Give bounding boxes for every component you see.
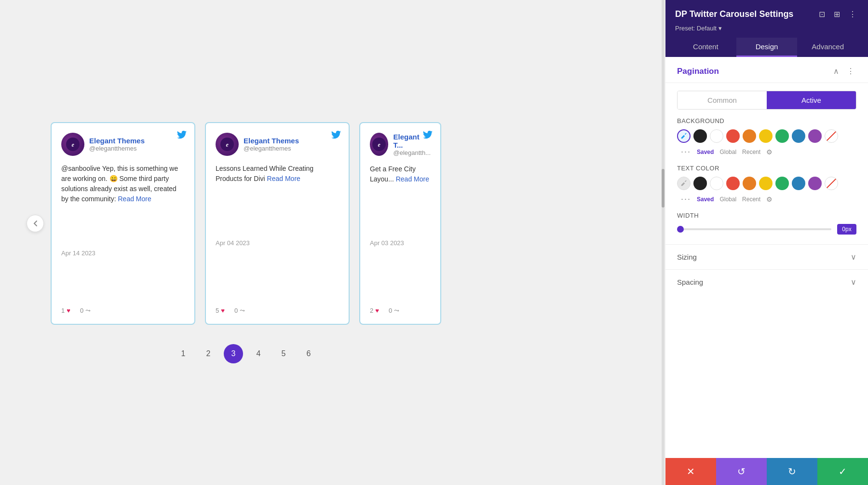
tweet-actions-3: 2 ♥ 0 ⤳ (370, 302, 431, 314)
read-more-3[interactable]: Read More (396, 175, 429, 183)
collapse-section-btn[interactable]: ∧ (831, 66, 841, 77)
text-color-section: Text Color ··· Saved (665, 165, 868, 212)
more-options-icon[interactable]: ⋮ (847, 8, 858, 21)
heart-icon-2: ♥ (221, 307, 225, 314)
sizing-section[interactable]: Sizing ∨ (665, 244, 868, 269)
read-more-1[interactable]: Read More (118, 195, 151, 203)
redo-button[interactable]: ↻ (767, 458, 817, 485)
sub-tab-common[interactable]: Common (678, 91, 767, 109)
bg-global[interactable]: Global (719, 149, 736, 155)
page-btn-3[interactable]: 3 (224, 344, 243, 363)
page-btn-4[interactable]: 4 (249, 344, 268, 363)
bg-color-orange[interactable] (743, 129, 756, 143)
bg-recent[interactable]: Recent (742, 149, 760, 155)
text-global[interactable]: Global (719, 196, 736, 203)
cards-container: e Elegant Themes @elegantthemes @sanbool… (51, 122, 441, 325)
tweet-actions-2: 5 ♥ 0 ⤳ (216, 302, 339, 314)
text-color-none[interactable] (825, 177, 838, 190)
text-color-green[interactable] (775, 177, 789, 190)
tab-content[interactable]: Content (675, 38, 736, 57)
avatar-1: e (61, 133, 84, 156)
text-color-black[interactable] (693, 177, 707, 190)
tweet-text-3: Get a Free City Layou... Read More (370, 164, 431, 234)
cancel-button[interactable]: ✕ (665, 458, 716, 485)
bg-saved[interactable]: Saved (697, 149, 714, 155)
bg-color-white[interactable] (710, 129, 723, 143)
bg-settings-gear[interactable]: ⚙ (766, 148, 773, 156)
text-color-purple[interactable] (808, 177, 822, 190)
pagination: 1 2 3 4 5 6 (174, 344, 318, 363)
width-section: Width 0px (665, 212, 868, 244)
text-color-white[interactable] (710, 177, 723, 190)
page-btn-2[interactable]: 2 (199, 344, 218, 363)
panel-title: DP Twitter Carousel Settings (675, 9, 793, 19)
preset-row[interactable]: Preset: Default ▾ (675, 25, 858, 32)
text-recent[interactable]: Recent (742, 196, 760, 203)
bg-color-none[interactable] (825, 129, 838, 143)
page-btn-5[interactable]: 5 (274, 344, 293, 363)
section-more-btn[interactable]: ⋮ (845, 66, 856, 77)
text-color-yellow[interactable] (759, 177, 773, 190)
text-more-dots[interactable]: ··· (681, 194, 691, 204)
prev-arrow[interactable] (27, 215, 44, 232)
bg-color-green[interactable] (775, 129, 789, 143)
layout-icon[interactable]: ⊞ (832, 8, 842, 21)
width-value: 0px (837, 224, 856, 235)
user-handle-2: @elegantthemes (244, 145, 299, 152)
tweet-header-2: e Elegant Themes @elegantthemes (216, 133, 339, 156)
tweet-card-1: e Elegant Themes @elegantthemes @sanbool… (51, 122, 195, 325)
undo-button[interactable]: ↺ (716, 458, 767, 485)
fullscreen-icon[interactable]: ⊡ (817, 8, 827, 21)
text-color-orange[interactable] (743, 177, 756, 190)
tweet-date-1: Apr 14 2023 (61, 249, 185, 257)
sizing-label: Sizing (677, 253, 697, 261)
scrollbar-track (662, 0, 665, 485)
width-slider[interactable] (677, 228, 831, 230)
tab-design[interactable]: Design (736, 38, 798, 57)
tweet-actions-1: 1 ♥ 0 ⤳ (61, 302, 185, 314)
background-eyedropper[interactable] (677, 129, 691, 143)
page-btn-1[interactable]: 1 (174, 344, 193, 363)
bg-color-black[interactable] (693, 129, 707, 143)
page-btn-6[interactable]: 6 (299, 344, 318, 363)
width-slider-row: 0px (677, 224, 856, 235)
bg-more-dots[interactable]: ··· (681, 147, 691, 157)
tweet-header-1: e Elegant Themes @elegantthemes (61, 133, 185, 156)
bg-color-yellow[interactable] (759, 129, 773, 143)
text-settings-gear[interactable]: ⚙ (766, 195, 773, 203)
share-action-3[interactable]: 0 ⤳ (389, 307, 399, 314)
sub-tab-active[interactable]: Active (767, 91, 856, 109)
pagination-title: Pagination (677, 67, 719, 76)
heart-icon-3: ♥ (375, 307, 379, 314)
share-action-2[interactable]: 0 ⤳ (234, 307, 245, 314)
share-action-1[interactable]: 0 ⤳ (80, 307, 91, 314)
bg-color-meta: ··· Saved Global Recent ⚙ (679, 147, 856, 157)
bg-color-teal[interactable] (792, 129, 805, 143)
spacing-section[interactable]: Spacing ∨ (665, 269, 868, 294)
like-action-3[interactable]: 2 ♥ (370, 307, 379, 314)
tweet-card-3: e Elegant T... @elegantth... Get a Free … (359, 122, 441, 325)
user-handle-3: @elegantth... (393, 149, 431, 156)
tab-advanced[interactable]: Advanced (797, 38, 858, 57)
settings-panel: DP Twitter Carousel Settings ⊡ ⊞ ⋮ Prese… (665, 0, 868, 485)
background-color-row (677, 129, 856, 143)
bg-color-red[interactable] (726, 129, 740, 143)
bottom-toolbar: ✕ ↺ ↻ ✓ (665, 458, 868, 485)
panel-header: DP Twitter Carousel Settings ⊡ ⊞ ⋮ Prese… (665, 0, 868, 57)
pagination-section-header: Pagination ∧ ⋮ (665, 57, 868, 83)
panel-title-icons: ⊡ ⊞ ⋮ (817, 8, 858, 21)
text-color-red[interactable] (726, 177, 740, 190)
confirm-button[interactable]: ✓ (817, 458, 868, 485)
text-color-teal[interactable] (792, 177, 805, 190)
text-saved[interactable]: Saved (697, 196, 714, 203)
background-section: Background ··· Saved (665, 117, 868, 165)
like-action-2[interactable]: 5 ♥ (216, 307, 225, 314)
read-more-2[interactable]: Read More (267, 175, 300, 182)
scrollbar-thumb[interactable] (662, 169, 665, 208)
like-action-1[interactable]: 1 ♥ (61, 307, 70, 314)
twitter-icon-1 (177, 131, 187, 142)
bg-color-purple[interactable] (808, 129, 822, 143)
text-color-row (677, 177, 856, 190)
text-color-eyedropper[interactable] (677, 177, 691, 190)
user-name-2: Elegant Themes (244, 137, 299, 145)
